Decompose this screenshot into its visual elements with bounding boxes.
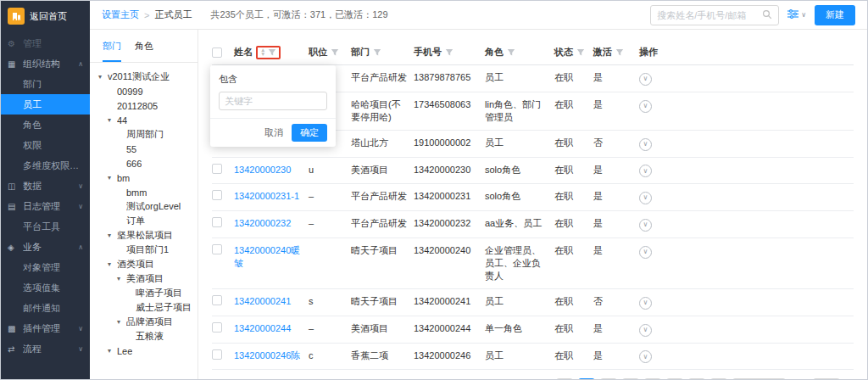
tree-node[interactable]: ▾bm	[90, 170, 198, 185]
tree-node[interactable]: ▾品牌酒项目	[90, 315, 198, 329]
employee-name-link[interactable]: 13420000241	[234, 296, 291, 306]
tree-node[interactable]: ▾44	[90, 113, 198, 127]
table-row: 13420000232–平台产品研发13420000232aa业务、员工在职是∨	[212, 211, 854, 238]
sidebar-item-multi-dimension-permission[interactable]: 多维度权限管理	[1, 155, 90, 176]
tree-node[interactable]: ▾啤酒子项目	[90, 286, 198, 300]
row-checkbox[interactable]	[212, 190, 222, 200]
sidebar-item-mail-notify[interactable]: 邮件通知	[1, 298, 90, 318]
employee-name-link[interactable]: 13420000230	[234, 165, 291, 175]
new-button[interactable]: 新建	[815, 5, 855, 25]
sidebar-item-business[interactable]: ◈业务∧	[1, 237, 90, 257]
tree-node[interactable]: ▾五粮液	[90, 329, 198, 344]
filter-icon[interactable]	[445, 48, 453, 57]
page-button-1[interactable]: 1	[578, 378, 595, 379]
tree-node[interactable]: ▾测试orgLevel	[90, 199, 198, 214]
filter-cancel-button[interactable]: 取消	[264, 126, 283, 139]
row-checkbox[interactable]	[212, 322, 222, 332]
expand-row-icon[interactable]: ∨	[639, 73, 652, 86]
row-checkbox[interactable]	[212, 244, 222, 254]
sidebar-item-object-manage[interactable]: 对象管理	[1, 257, 90, 277]
employee-name-link[interactable]: 13420000231-1	[234, 191, 299, 201]
sidebar-item-label: 管理	[23, 37, 83, 50]
employee-name-link[interactable]: 13420000232	[234, 218, 291, 228]
select-all-checkbox[interactable]	[212, 48, 222, 58]
page-button-2[interactable]: 2	[600, 378, 617, 379]
expand-row-icon[interactable]: ∨	[639, 219, 652, 232]
page-button-3[interactable]: 3	[622, 378, 639, 379]
display-settings-button[interactable]: ∨	[787, 9, 806, 20]
expand-row-icon[interactable]: ∨	[639, 138, 652, 151]
tree-node[interactable]: ▾美酒项目	[90, 271, 198, 286]
page-button-4[interactable]: 4	[644, 378, 661, 379]
sidebar-item-log-manage[interactable]: ▤日志管理∨	[1, 196, 90, 216]
page-button-5[interactable]: 5	[666, 378, 683, 379]
jump-page-input[interactable]	[813, 378, 840, 379]
sidebar-item-platform-tools[interactable]: 平台工具	[1, 216, 90, 237]
tree-node[interactable]: ▾周周部门	[90, 127, 198, 142]
filter-condition-label[interactable]: 包含	[219, 73, 327, 86]
expand-row-icon[interactable]: ∨	[639, 297, 652, 310]
search-input[interactable]	[657, 10, 762, 20]
tree-node[interactable]: ▾Lee	[90, 344, 198, 358]
home-link[interactable]: 返回首页	[1, 1, 90, 33]
tree-node[interactable]: ▾00999	[90, 84, 198, 98]
filter-keyword-input[interactable]	[219, 92, 327, 110]
expand-row-icon[interactable]: ∨	[639, 192, 652, 204]
tree-node[interactable]: ▾v2011测试企业	[90, 70, 198, 84]
tree-node-label: 55	[126, 144, 136, 154]
filter-icon[interactable]	[268, 48, 276, 57]
tree-node[interactable]: ▾20112805	[90, 98, 198, 113]
page-size-select[interactable]: 10 条/页∨	[732, 378, 786, 379]
filter-icon[interactable]	[615, 48, 624, 57]
search-icon[interactable]	[762, 9, 772, 21]
employee-name-link[interactable]: 13420000240暖皱	[234, 245, 300, 268]
row-checkbox[interactable]	[212, 164, 222, 174]
tab-role[interactable]: 角色	[135, 40, 153, 62]
sidebar-item-manage[interactable]: ⚙管理	[1, 33, 90, 53]
sidebar-item-employee[interactable]: 员工	[1, 94, 90, 115]
tree-node[interactable]: ▾55	[90, 142, 198, 156]
filter-icon[interactable]	[331, 48, 339, 57]
column-header-role: 角色	[485, 46, 554, 59]
next-page-button[interactable]: ›	[710, 378, 727, 379]
expand-row-icon[interactable]: ∨	[639, 165, 652, 177]
more-pages-button[interactable]: •••	[688, 378, 706, 379]
sidebar-item-option-value-set[interactable]: 选项值集	[1, 277, 90, 298]
tree-node[interactable]: ▾项目部门1	[90, 243, 198, 257]
sidebar-item-data[interactable]: ◫数据∨	[1, 176, 90, 196]
sort-icon[interactable]: ▲▼	[260, 48, 265, 55]
prev-page-button[interactable]: ‹	[556, 378, 573, 379]
row-checkbox[interactable]	[212, 349, 222, 360]
expand-row-icon[interactable]: ∨	[639, 350, 652, 363]
sidebar-item-role[interactable]: 角色	[1, 115, 90, 135]
row-checkbox[interactable]	[212, 217, 222, 227]
expand-row-icon[interactable]: ∨	[639, 324, 652, 337]
role-cell: 企业管理员、员工、企业负责人	[485, 238, 554, 288]
filter-icon[interactable]	[373, 48, 381, 57]
tree-node[interactable]: ▾酒类项目	[90, 257, 198, 271]
home-link-label: 返回首页	[30, 10, 67, 23]
tree-node[interactable]: ▾威士忌子项目	[90, 300, 198, 315]
tab-department[interactable]: 部门	[103, 40, 121, 62]
filter-confirm-button[interactable]: 确定	[292, 124, 327, 142]
sidebar-item-workflow[interactable]: ⇄流程∨	[1, 338, 90, 359]
filter-icon[interactable]	[507, 48, 515, 57]
role-cell: aa业务、员工	[485, 211, 554, 236]
sidebar-item-permission[interactable]: 权限	[1, 135, 90, 155]
employee-name-link[interactable]: 13420000246陈	[234, 350, 300, 360]
sidebar-item-plugin-manage[interactable]: ▩插件管理∨	[1, 318, 90, 338]
phone-cell: 19100000002	[414, 131, 485, 155]
expand-row-icon[interactable]: ∨	[639, 100, 652, 113]
tree-node[interactable]: ▾bmm	[90, 185, 198, 199]
sidebar-item-department[interactable]: 部门	[1, 74, 90, 94]
employee-name-link[interactable]: 13420000244	[234, 323, 291, 333]
sidebar-item-label: 邮件通知	[23, 302, 83, 315]
tree-node[interactable]: ▾订单	[90, 214, 198, 228]
row-checkbox[interactable]	[212, 295, 222, 305]
tree-node[interactable]: ▾666	[90, 156, 198, 170]
sidebar-item-org-structure[interactable]: ▦组织结构∧	[1, 53, 90, 74]
tree-node[interactable]: ▾坚果松鼠项目	[90, 228, 198, 243]
breadcrumb-home-link[interactable]: 设置主页	[102, 8, 139, 21]
filter-icon[interactable]	[576, 48, 585, 57]
expand-row-icon[interactable]: ∨	[639, 246, 652, 259]
